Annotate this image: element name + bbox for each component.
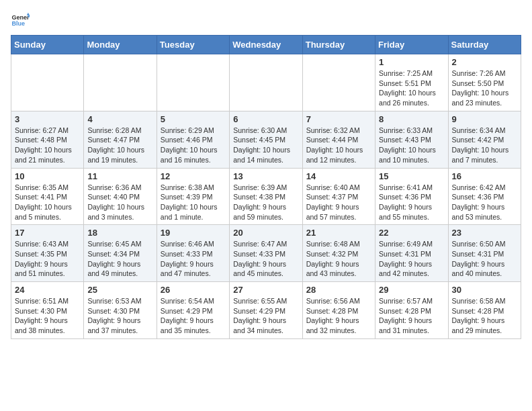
calendar-cell-5-3: 26Sunrise: 6:54 AM Sunset: 4:29 PM Dayli… [157, 282, 229, 339]
calendar-cell-4-2: 18Sunrise: 6:45 AM Sunset: 4:34 PM Dayli… [84, 225, 157, 282]
calendar-week-5: 24Sunrise: 6:51 AM Sunset: 4:30 PM Dayli… [11, 282, 521, 339]
day-info: Sunrise: 7:26 AM Sunset: 5:50 PM Dayligh… [452, 68, 517, 108]
day-info: Sunrise: 6:28 AM Sunset: 4:47 PM Dayligh… [87, 126, 152, 165]
day-number: 8 [379, 114, 444, 124]
calendar-cell-2-1: 3Sunrise: 6:27 AM Sunset: 4:48 PM Daylig… [11, 111, 84, 168]
day-number: 18 [87, 228, 152, 238]
logo-icon: General Blue [11, 11, 30, 30]
day-info: Sunrise: 6:53 AM Sunset: 4:30 PM Dayligh… [87, 296, 152, 336]
day-number: 25 [87, 285, 152, 295]
calendar-cell-3-7: 16Sunrise: 6:42 AM Sunset: 4:36 PM Dayli… [448, 168, 521, 225]
calendar-cell-2-4: 6Sunrise: 6:30 AM Sunset: 4:45 PM Daylig… [230, 111, 302, 168]
day-number: 15 [379, 171, 444, 181]
day-info: Sunrise: 6:50 AM Sunset: 4:31 PM Dayligh… [452, 239, 517, 279]
calendar-cell-3-6: 15Sunrise: 6:41 AM Sunset: 4:36 PM Dayli… [375, 168, 448, 225]
day-info: Sunrise: 6:35 AM Sunset: 4:41 PM Dayligh… [15, 183, 80, 222]
calendar-week-2: 3Sunrise: 6:27 AM Sunset: 4:48 PM Daylig… [11, 111, 521, 168]
calendar-header-sunday: Sunday [11, 36, 84, 54]
day-info: Sunrise: 6:40 AM Sunset: 4:37 PM Dayligh… [306, 183, 371, 222]
day-info: Sunrise: 6:29 AM Sunset: 4:46 PM Dayligh… [161, 126, 226, 165]
day-number: 19 [161, 228, 226, 238]
day-number: 17 [15, 228, 80, 238]
day-number: 13 [233, 171, 298, 181]
day-number: 20 [233, 228, 298, 238]
day-info: Sunrise: 6:45 AM Sunset: 4:34 PM Dayligh… [87, 239, 152, 279]
day-info: Sunrise: 6:57 AM Sunset: 4:28 PM Dayligh… [379, 296, 444, 336]
calendar-cell-5-4: 27Sunrise: 6:55 AM Sunset: 4:29 PM Dayli… [230, 282, 302, 339]
day-info: Sunrise: 6:36 AM Sunset: 4:40 PM Dayligh… [87, 183, 152, 222]
calendar-cell-3-5: 14Sunrise: 6:40 AM Sunset: 4:37 PM Dayli… [302, 168, 375, 225]
calendar-cell-1-3 [157, 54, 229, 111]
calendar-cell-4-3: 19Sunrise: 6:46 AM Sunset: 4:33 PM Dayli… [157, 225, 229, 282]
day-info: Sunrise: 6:38 AM Sunset: 4:39 PM Dayligh… [161, 183, 226, 222]
calendar-cell-5-6: 29Sunrise: 6:57 AM Sunset: 4:28 PM Dayli… [375, 282, 448, 339]
day-number: 26 [161, 285, 226, 295]
day-info: Sunrise: 6:43 AM Sunset: 4:35 PM Dayligh… [15, 239, 80, 279]
calendar-cell-1-4 [230, 54, 302, 111]
day-number: 3 [15, 114, 80, 124]
calendar-header-row: SundayMondayTuesdayWednesdayThursdayFrid… [11, 36, 521, 54]
day-info: Sunrise: 6:58 AM Sunset: 4:28 PM Dayligh… [452, 296, 517, 336]
calendar-cell-5-5: 28Sunrise: 6:56 AM Sunset: 4:28 PM Dayli… [302, 282, 375, 339]
calendar-cell-1-1 [11, 54, 84, 111]
calendar-cell-2-5: 7Sunrise: 6:32 AM Sunset: 4:44 PM Daylig… [302, 111, 375, 168]
day-number: 1 [379, 57, 444, 67]
header: General Blue [11, 11, 521, 30]
day-info: Sunrise: 7:25 AM Sunset: 5:51 PM Dayligh… [379, 68, 444, 108]
calendar-cell-1-7: 2Sunrise: 7:26 AM Sunset: 5:50 PM Daylig… [448, 54, 521, 111]
day-number: 10 [15, 171, 80, 181]
day-info: Sunrise: 6:48 AM Sunset: 4:32 PM Dayligh… [306, 239, 371, 279]
day-info: Sunrise: 6:42 AM Sunset: 4:36 PM Dayligh… [452, 183, 517, 222]
calendar-week-3: 10Sunrise: 6:35 AM Sunset: 4:41 PM Dayli… [11, 168, 521, 225]
calendar-cell-3-1: 10Sunrise: 6:35 AM Sunset: 4:41 PM Dayli… [11, 168, 84, 225]
day-number: 16 [452, 171, 517, 181]
calendar-header-monday: Monday [84, 36, 157, 54]
calendar-cell-2-3: 5Sunrise: 6:29 AM Sunset: 4:46 PM Daylig… [157, 111, 229, 168]
day-number: 7 [306, 114, 371, 124]
calendar-cell-3-4: 13Sunrise: 6:39 AM Sunset: 4:38 PM Dayli… [230, 168, 302, 225]
svg-text:Blue: Blue [11, 20, 25, 27]
day-number: 29 [379, 285, 444, 295]
day-info: Sunrise: 6:39 AM Sunset: 4:38 PM Dayligh… [233, 183, 298, 222]
calendar-cell-5-7: 30Sunrise: 6:58 AM Sunset: 4:28 PM Dayli… [448, 282, 521, 339]
day-number: 11 [87, 171, 152, 181]
day-number: 22 [379, 228, 444, 238]
calendar-cell-4-6: 22Sunrise: 6:49 AM Sunset: 4:31 PM Dayli… [375, 225, 448, 282]
calendar-cell-1-2 [84, 54, 157, 111]
day-number: 14 [306, 171, 371, 181]
calendar-cell-5-2: 25Sunrise: 6:53 AM Sunset: 4:30 PM Dayli… [84, 282, 157, 339]
day-number: 30 [452, 285, 517, 295]
day-info: Sunrise: 6:54 AM Sunset: 4:29 PM Dayligh… [161, 296, 226, 336]
day-number: 27 [233, 285, 298, 295]
day-info: Sunrise: 6:55 AM Sunset: 4:29 PM Dayligh… [233, 296, 298, 336]
calendar-header-saturday: Saturday [448, 36, 521, 54]
day-info: Sunrise: 6:32 AM Sunset: 4:44 PM Dayligh… [306, 126, 371, 165]
calendar-cell-3-3: 12Sunrise: 6:38 AM Sunset: 4:39 PM Dayli… [157, 168, 229, 225]
logo: General Blue [11, 11, 32, 30]
calendar-cell-4-1: 17Sunrise: 6:43 AM Sunset: 4:35 PM Dayli… [11, 225, 84, 282]
calendar-cell-4-4: 20Sunrise: 6:47 AM Sunset: 4:33 PM Dayli… [230, 225, 302, 282]
day-info: Sunrise: 6:49 AM Sunset: 4:31 PM Dayligh… [379, 239, 444, 279]
calendar-table: SundayMondayTuesdayWednesdayThursdayFrid… [11, 35, 521, 339]
day-number: 6 [233, 114, 298, 124]
day-number: 5 [161, 114, 226, 124]
calendar-cell-1-6: 1Sunrise: 7:25 AM Sunset: 5:51 PM Daylig… [375, 54, 448, 111]
calendar-week-1: 1Sunrise: 7:25 AM Sunset: 5:51 PM Daylig… [11, 54, 521, 111]
day-number: 2 [452, 57, 517, 67]
day-info: Sunrise: 6:51 AM Sunset: 4:30 PM Dayligh… [15, 296, 80, 336]
calendar-cell-4-7: 23Sunrise: 6:50 AM Sunset: 4:31 PM Dayli… [448, 225, 521, 282]
day-info: Sunrise: 6:56 AM Sunset: 4:28 PM Dayligh… [306, 296, 371, 336]
calendar-week-4: 17Sunrise: 6:43 AM Sunset: 4:35 PM Dayli… [11, 225, 521, 282]
day-info: Sunrise: 6:41 AM Sunset: 4:36 PM Dayligh… [379, 183, 444, 222]
day-number: 4 [87, 114, 152, 124]
calendar-cell-2-2: 4Sunrise: 6:28 AM Sunset: 4:47 PM Daylig… [84, 111, 157, 168]
day-number: 23 [452, 228, 517, 238]
calendar-cell-1-5 [302, 54, 375, 111]
day-info: Sunrise: 6:33 AM Sunset: 4:43 PM Dayligh… [379, 126, 444, 165]
calendar-header-tuesday: Tuesday [157, 36, 229, 54]
day-number: 9 [452, 114, 517, 124]
day-number: 21 [306, 228, 371, 238]
calendar-cell-5-1: 24Sunrise: 6:51 AM Sunset: 4:30 PM Dayli… [11, 282, 84, 339]
day-number: 12 [161, 171, 226, 181]
svg-text:General: General [11, 14, 30, 21]
